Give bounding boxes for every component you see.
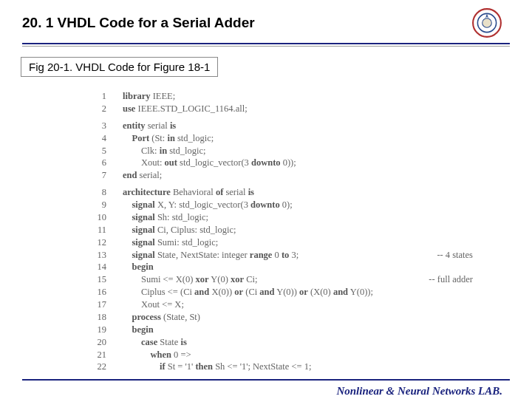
line-number: 15 xyxy=(89,273,106,286)
line-number: 12 xyxy=(89,236,106,249)
line-number: 18 xyxy=(89,311,106,324)
line-number: 21 xyxy=(89,349,106,361)
line-number: 16 xyxy=(89,286,106,299)
vhdl-code-listing: 1library IEEE;2use IEEE.STD_LOGIC_1164.a… xyxy=(89,90,532,373)
code-line: 11 signal Ci, Ciplus: std_logic; xyxy=(89,224,532,236)
line-number: 6 xyxy=(89,157,106,169)
slide-title: 20. 1 VHDL Code for a Serial Adder xyxy=(22,15,255,31)
line-number: 10 xyxy=(89,211,106,224)
line-number: 4 xyxy=(89,132,106,145)
line-number: 5 xyxy=(89,145,106,157)
code-comment: -- 4 states xyxy=(437,249,532,262)
code-text: begin xyxy=(106,324,532,336)
line-number: 19 xyxy=(89,324,106,336)
code-text: signal Sumi: std_logic; xyxy=(106,236,532,249)
code-text: use IEEE.STD_LOGIC_1164.all; xyxy=(106,103,532,115)
line-number: 22 xyxy=(89,361,106,373)
code-line: 6 Xout: out std_logic_vector(3 downto 0)… xyxy=(89,157,532,169)
code-text: Xout: out std_logic_vector(3 downto 0)); xyxy=(106,157,532,169)
line-number: 20 xyxy=(89,336,106,349)
header-rule xyxy=(22,43,510,44)
code-text: signal Sh: std_logic; xyxy=(106,211,532,224)
code-text: Port (St: in std_logic; xyxy=(106,132,532,145)
code-text: process (State, St) xyxy=(106,311,532,324)
code-line: 20 case State is xyxy=(89,336,532,349)
code-text: case State is xyxy=(106,336,532,349)
code-text: signal X, Y: std_logic_vector(3 downto 0… xyxy=(106,199,532,211)
university-logo-icon xyxy=(471,7,502,38)
svg-point-2 xyxy=(482,18,492,28)
slide-header: 20. 1 VHDL Code for a Serial Adder xyxy=(0,0,532,38)
code-line: 17 Xout <= X; xyxy=(89,299,532,311)
code-text: begin xyxy=(106,261,532,273)
code-line: 22 if St = '1' then Sh <= '1'; NextState… xyxy=(89,361,532,373)
code-line: 13 signal State, NextState: integer rang… xyxy=(89,249,532,262)
code-text: signal State, NextState: integer range 0… xyxy=(106,249,532,262)
code-line: 12 signal Sumi: std_logic; xyxy=(89,236,532,249)
line-number: 17 xyxy=(89,299,106,311)
code-line: 14 begin xyxy=(89,261,532,273)
code-comment: -- full adder xyxy=(429,273,532,286)
code-text: if St = '1' then Sh <= '1'; NextState <=… xyxy=(106,361,532,373)
code-text: Sumi <= X(0) xor Y(0) xor Ci;-- full add… xyxy=(106,273,532,286)
code-text: Ciplus <= (Ci and X(0)) or (Ci and Y(0))… xyxy=(106,286,532,299)
code-line: 9 signal X, Y: std_logic_vector(3 downto… xyxy=(89,199,532,211)
code-line: 5 Clk: in std_logic; xyxy=(89,145,532,157)
code-text: Clk: in std_logic; xyxy=(106,145,532,157)
code-line: 21 when 0 => xyxy=(89,349,532,361)
line-number: 2 xyxy=(89,103,106,115)
header-rule-thin xyxy=(22,46,510,47)
code-line: 8architecture Behavioral of serial is xyxy=(89,186,532,199)
code-text: end serial; xyxy=(106,169,532,182)
code-line: 3entity serial is xyxy=(89,120,532,132)
code-line: 7end serial; xyxy=(89,169,532,182)
code-text: Xout <= X; xyxy=(106,299,532,311)
code-line: 15 Sumi <= X(0) xor Y(0) xor Ci;-- full … xyxy=(89,273,532,286)
line-number: 1 xyxy=(89,90,106,103)
line-number: 7 xyxy=(89,169,106,182)
line-number: 9 xyxy=(89,199,106,211)
code-line: 10 signal Sh: std_logic; xyxy=(89,211,532,224)
figure-caption-box: Fig 20-1. VHDL Code for Figure 18-1 xyxy=(21,57,218,77)
line-number: 14 xyxy=(89,261,106,273)
code-text: library IEEE; xyxy=(106,90,532,103)
line-number: 13 xyxy=(89,249,106,262)
line-number: 8 xyxy=(89,186,106,199)
code-line: 1library IEEE; xyxy=(89,90,532,103)
code-line: 19 begin xyxy=(89,324,532,336)
code-line: 18 process (State, St) xyxy=(89,311,532,324)
code-text: when 0 => xyxy=(106,349,532,361)
code-text: entity serial is xyxy=(106,120,532,132)
line-number: 3 xyxy=(89,120,106,132)
code-line: 4 Port (St: in std_logic; xyxy=(89,132,532,145)
code-line: 16 Ciplus <= (Ci and X(0)) or (Ci and Y(… xyxy=(89,286,532,299)
figure-caption: Fig 20-1. VHDL Code for Figure 18-1 xyxy=(29,61,210,73)
code-text: signal Ci, Ciplus: std_logic; xyxy=(106,224,532,236)
lab-footer: Nonlinear & Neural Networks LAB. xyxy=(0,381,532,398)
line-number: 11 xyxy=(89,224,106,236)
code-text: architecture Behavioral of serial is xyxy=(106,186,532,199)
code-line: 2use IEEE.STD_LOGIC_1164.all; xyxy=(89,103,532,115)
